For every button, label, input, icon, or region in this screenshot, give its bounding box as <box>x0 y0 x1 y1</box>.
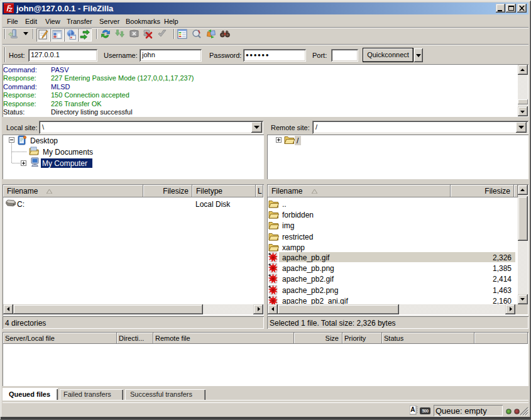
svg-text:A: A <box>410 406 415 413</box>
